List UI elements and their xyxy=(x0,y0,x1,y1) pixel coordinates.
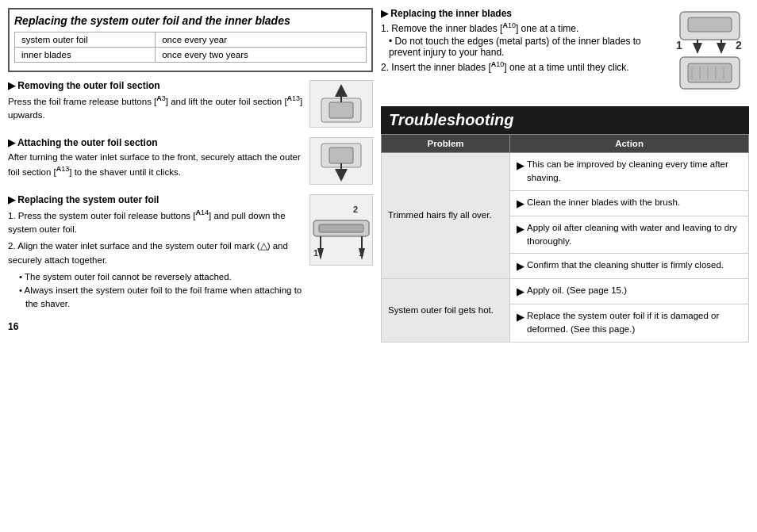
action-item-1b: ▶ Clean the inner blades with the brush. xyxy=(517,194,742,212)
svg-text:1: 1 xyxy=(676,39,682,52)
troubleshooting-section: Troubleshooting Problem Action Trimmed h… xyxy=(381,106,749,343)
table-header-row: Problem Action xyxy=(382,135,749,153)
trouble-row-1: Trimmed hairs fly all over. ▶ This can b… xyxy=(382,153,749,191)
action-arrow-1b: ▶ xyxy=(517,197,524,211)
figure-remove-outer-foil xyxy=(309,80,373,128)
inner-blade-figure: 1 2 xyxy=(670,8,749,95)
action-text-1c: Apply oil after cleaning with water and … xyxy=(527,221,742,249)
svg-rect-18 xyxy=(688,17,732,32)
bullet1: The system outer foil cannot be reversel… xyxy=(19,270,303,284)
fig-arrow-up-svg xyxy=(317,82,365,126)
subsection-attach-outer-foil: Attaching the outer foil section After t… xyxy=(8,137,373,185)
bullets-list: The system outer foil cannot be reversel… xyxy=(19,270,303,312)
action-cell-1c: ▶ Apply oil after cleaning with water an… xyxy=(510,216,749,254)
svg-text:1: 1 xyxy=(313,248,318,258)
inner-bullet: • Do not touch the edges (metal parts) o… xyxy=(389,36,662,58)
table-cell-freq2: once every two years xyxy=(156,48,367,63)
table-cell-item2: inner blades xyxy=(15,48,156,63)
subsection-text-attach: Attaching the outer foil section After t… xyxy=(8,137,303,179)
figure-attach-outer-foil xyxy=(309,137,373,185)
subsection-title-replace: Replacing the system outer foil xyxy=(8,194,303,205)
fig-arrow-down-svg xyxy=(317,140,365,183)
fig-arrow-up xyxy=(309,80,373,128)
subsection-body-attach: After turning the water inlet surface to… xyxy=(8,151,303,179)
svg-rect-1 xyxy=(329,102,353,118)
action-cell-1d: ▶ Confirm that the cleaning shutter is f… xyxy=(510,254,749,279)
col-problem-header: Problem xyxy=(382,135,510,153)
inner-blade-svg: 1 2 xyxy=(672,8,747,95)
action-text-1d: Confirm that the cleaning shutter is fir… xyxy=(527,258,742,272)
table-row: system outer foil once every year xyxy=(15,33,367,48)
table-cell-item1: system outer foil xyxy=(15,33,156,48)
inner-blades-text: Replacing the inner blades 1. Remove the… xyxy=(381,8,662,95)
right-panel: Replacing the inner blades 1. Remove the… xyxy=(381,8,749,524)
subsection-text-replace: Replacing the system outer foil 1. Press… xyxy=(8,194,303,312)
trouble-row-2: System outer foil gets hot. ▶ Apply oil.… xyxy=(382,279,749,304)
figure-replace-system-foil: 1 2 1 xyxy=(309,194,373,266)
replacement-table: system outer foil once every year inner … xyxy=(14,32,367,63)
fig-system-foil-svg: 1 2 1 xyxy=(309,197,373,264)
action-text-2b: Replace the system outer foil if it is d… xyxy=(527,309,742,337)
svg-rect-9 xyxy=(319,224,363,232)
subsection-text: Removing the outer foil section Press th… xyxy=(8,80,303,122)
svg-marker-6 xyxy=(335,169,348,182)
problem-text-1: Trimmed hairs fly all over. xyxy=(388,210,492,220)
action-text-1b: Clean the inner blades with the brush. xyxy=(527,196,742,209)
inner-step1: 1. Remove the inner blades [A10] one at … xyxy=(381,21,662,34)
troubleshooting-header: Troubleshooting xyxy=(381,106,749,134)
action-item-2a: ▶ Apply oil. (See page 15.) xyxy=(517,282,742,300)
subsection-body-remove: Press the foil frame release buttons [A3… xyxy=(8,94,303,122)
svg-text:2: 2 xyxy=(353,205,358,214)
col-action-header: Action xyxy=(510,135,749,153)
action-arrow-1d: ▶ xyxy=(517,259,524,274)
table-row: inner blades once every two years xyxy=(15,48,367,63)
table-cell-freq1: once every year xyxy=(156,33,367,48)
fig-system-foil: 1 2 1 xyxy=(309,194,373,266)
svg-marker-11 xyxy=(317,248,324,260)
action-text-2a: Apply oil. (See page 15.) xyxy=(527,284,742,297)
svg-rect-26 xyxy=(688,63,732,82)
action-arrow-2b: ▶ xyxy=(517,310,524,324)
subsection-title-attach: Attaching the outer foil section xyxy=(8,137,303,148)
action-cell-2b: ▶ Replace the system outer foil if it is… xyxy=(510,304,749,343)
subsection-title-remove: Removing the outer foil section xyxy=(8,80,303,91)
main-section-box: Replacing the system outer foil and the … xyxy=(8,8,373,72)
troubleshooting-table: Problem Action Trimmed hairs fly all ove… xyxy=(381,134,749,343)
svg-marker-2 xyxy=(335,84,348,97)
svg-text:2: 2 xyxy=(736,39,742,52)
action-cell-2a: ▶ Apply oil. (See page 15.) xyxy=(510,279,749,304)
action-item-1c: ▶ Apply oil after cleaning with water an… xyxy=(517,220,742,251)
action-cell-1a: ▶ This can be improved by cleaning every… xyxy=(510,153,749,191)
subsection-replace-system-outer-foil: Replacing the system outer foil 1. Press… xyxy=(8,194,373,312)
left-panel: Replacing the system outer foil and the … xyxy=(8,8,373,524)
step1-text: 1. Press the system outer foil release b… xyxy=(8,208,303,236)
action-arrow-2a: ▶ xyxy=(517,285,524,299)
action-item-1d: ▶ Confirm that the cleaning shutter is f… xyxy=(517,257,742,275)
problem-text-2: System outer foil gets hot. xyxy=(388,305,494,315)
action-item-2b: ▶ Replace the system outer foil if it is… xyxy=(517,308,742,339)
bullet2: Always insert the system outer foil to t… xyxy=(19,284,303,312)
action-item-1a: ▶ This can be improved by cleaning every… xyxy=(517,156,742,187)
problem-cell-1: Trimmed hairs fly all over. xyxy=(382,153,510,279)
right-top-section: Replacing the inner blades 1. Remove the… xyxy=(381,8,749,95)
section-title: Replacing the system outer foil and the … xyxy=(14,14,367,27)
action-arrow-1a: ▶ xyxy=(517,159,524,173)
page-number: 16 xyxy=(8,321,373,332)
subsection-remove-outer-foil: Removing the outer foil section Press th… xyxy=(8,80,373,128)
fig-arrow-down xyxy=(309,137,373,185)
svg-marker-22 xyxy=(717,43,726,54)
problem-cell-2: System outer foil gets hot. xyxy=(382,279,510,343)
inner-blades-title: Replacing the inner blades xyxy=(381,8,662,19)
action-arrow-1c: ▶ xyxy=(517,222,524,236)
inner-step2: 2. Insert the inner blades [A10] one at … xyxy=(381,60,662,73)
svg-rect-5 xyxy=(329,147,353,163)
action-cell-1b: ▶ Clean the inner blades with the brush. xyxy=(510,190,749,216)
svg-marker-20 xyxy=(693,43,702,54)
action-text-1a: This can be improved by cleaning every t… xyxy=(527,158,742,186)
step2-text: 2. Align the water inlet surface and the… xyxy=(8,239,303,267)
